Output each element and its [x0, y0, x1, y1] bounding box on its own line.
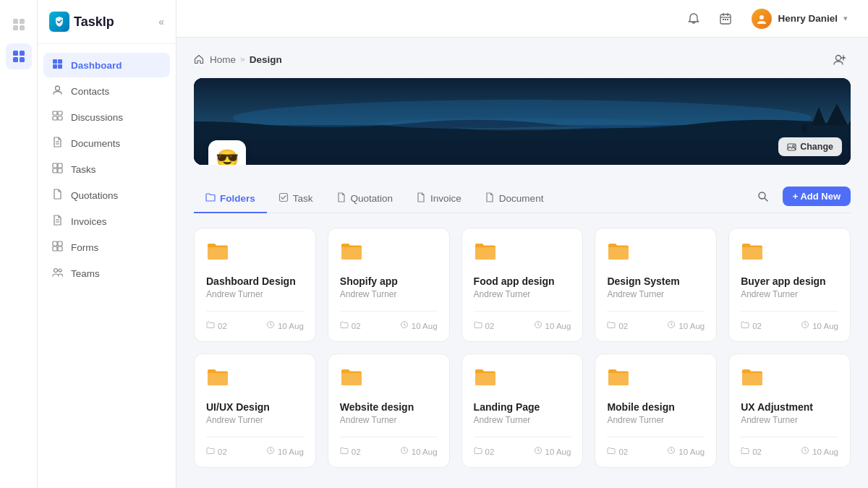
folder-count: 02 [607, 446, 628, 457]
folder-icon [340, 367, 438, 393]
tab-quotation[interactable]: Quotation [325, 185, 405, 213]
document-tab-icon [485, 192, 495, 205]
folder-date: 10 Aug [667, 446, 705, 457]
quotation-tab-icon [336, 192, 346, 205]
tab-folders[interactable]: Folders [194, 185, 267, 213]
folder-meta: 02 10 Aug [474, 437, 571, 457]
folder-count: 02 [206, 320, 227, 331]
sidebar-item-invoices[interactable]: Invoices [43, 209, 170, 234]
tab-invoice[interactable]: Invoice [404, 185, 473, 213]
svg-line-61 [538, 325, 540, 326]
folder-date: 10 Aug [801, 320, 838, 331]
folder-meta: 02 10 Aug [206, 437, 304, 457]
svg-rect-21 [53, 168, 57, 173]
svg-rect-5 [20, 51, 25, 56]
add-member-button[interactable] [827, 48, 851, 71]
folder-owner: Andrew Turner [607, 415, 705, 425]
folder-card[interactable]: Buyer app design Andrew Turner 02 [728, 228, 851, 342]
svg-line-79 [671, 450, 673, 452]
folder-name: Shopify app [340, 275, 438, 287]
user-name: Henry Daniel [778, 13, 838, 24]
logo-icon [49, 12, 69, 32]
calendar-button[interactable] [714, 7, 737, 30]
icon-rail [0, 0, 38, 488]
folder-tab-icon [205, 192, 216, 205]
folder-count: 02 [607, 320, 628, 331]
svg-line-73 [404, 450, 406, 452]
tab-task[interactable]: Task [267, 185, 325, 213]
tab-document[interactable]: Document [473, 185, 556, 213]
clock-icon [801, 446, 809, 457]
folder-owner: Andrew Turner [340, 289, 438, 299]
folder-icon [474, 367, 571, 393]
sidebar-item-tasks[interactable]: Tasks [43, 157, 170, 181]
sidebar-item-forms[interactable]: Forms [43, 235, 170, 260]
sidebar-item-documents[interactable]: Documents [43, 131, 170, 155]
sidebar: Tasklp « Dashboard Contacts [38, 0, 176, 488]
notification-button[interactable] [682, 7, 705, 30]
sidebar-item-contacts[interactable]: Contacts [43, 79, 170, 103]
folder-card[interactable]: Landing Page Andrew Turner 02 [461, 354, 584, 468]
folder-card[interactable]: Shopify app Andrew Turner 02 [328, 228, 450, 342]
logo-text: Tasklp [74, 14, 114, 30]
rail-grid-icon[interactable] [6, 43, 32, 69]
folder-name: UI/UX Design [206, 401, 304, 413]
tabs-actions: + Add New [752, 185, 851, 213]
task-tab-icon [278, 192, 289, 205]
svg-line-70 [271, 450, 272, 452]
svg-point-30 [59, 269, 61, 272]
clock-icon [266, 446, 275, 457]
folder-owner: Andrew Turner [474, 289, 571, 299]
svg-rect-14 [58, 111, 62, 115]
folder-icon [206, 367, 304, 393]
folder-name: Buyer app design [741, 275, 838, 287]
folder-meta: 02 10 Aug [741, 311, 838, 331]
breadcrumb-home[interactable]: Home [210, 54, 236, 65]
clock-icon [400, 320, 409, 331]
folder-count: 02 [741, 446, 762, 457]
sidebar-item-label: Teams [71, 268, 100, 279]
svg-line-55 [271, 325, 272, 326]
folder-count: 02 [340, 320, 361, 331]
sidebar-item-quotations[interactable]: Quotations [43, 183, 170, 207]
sidebar-item-label: Contacts [71, 86, 109, 97]
rail-menu-icon[interactable] [6, 12, 32, 38]
folder-date: 10 Aug [534, 320, 571, 331]
svg-line-64 [671, 325, 673, 326]
svg-rect-0 [13, 19, 18, 24]
sidebar-item-teams[interactable]: Teams [43, 261, 170, 286]
svg-rect-15 [53, 116, 57, 120]
workspace-avatar: 😎 [208, 140, 246, 165]
search-button[interactable] [752, 185, 774, 207]
folder-date: 10 Aug [534, 446, 571, 457]
svg-rect-26 [58, 241, 62, 246]
logo[interactable]: Tasklp [49, 12, 114, 32]
folder-card[interactable]: Mobile design Andrew Turner 02 [595, 354, 717, 468]
change-cover-button[interactable]: Change [778, 137, 842, 156]
folder-icon [474, 241, 571, 267]
folder-date: 10 Aug [266, 320, 304, 331]
add-new-button[interactable]: + Add New [783, 187, 851, 206]
sidebar-item-discussions[interactable]: Discussions [43, 105, 170, 129]
cover-section: Change 😎 [194, 78, 851, 165]
sidebar-item-label: Quotations [71, 190, 118, 201]
svg-line-67 [805, 325, 807, 326]
folder-card[interactable]: Design System Andrew Turner 02 [595, 228, 717, 342]
folder-card[interactable]: Dashboard Design Andrew Turner 02 [194, 228, 316, 342]
sidebar-item-dashboard[interactable]: Dashboard [43, 53, 170, 77]
user-menu[interactable]: Henry Daniel ▾ [746, 6, 854, 32]
folders-grid: Dashboard Design Andrew Turner 02 [176, 213, 868, 482]
collapse-button[interactable]: « [158, 16, 164, 27]
folder-name: Landing Page [474, 401, 571, 413]
folder-count-icon [474, 446, 482, 457]
clock-icon [534, 320, 542, 331]
folder-card[interactable]: UI/UX Design Andrew Turner 02 [194, 354, 316, 468]
folder-meta: 02 10 Aug [607, 311, 705, 331]
folder-name: UX Adjustment [741, 401, 838, 413]
folder-meta: 02 10 Aug [206, 311, 304, 331]
folder-icon [607, 241, 705, 267]
svg-point-12 [55, 86, 59, 90]
folder-card[interactable]: UX Adjustment Andrew Turner 02 [728, 354, 851, 468]
folder-card[interactable]: Food app design Andrew Turner 02 [461, 228, 584, 342]
folder-card[interactable]: Website design Andrew Turner 02 [328, 354, 450, 468]
